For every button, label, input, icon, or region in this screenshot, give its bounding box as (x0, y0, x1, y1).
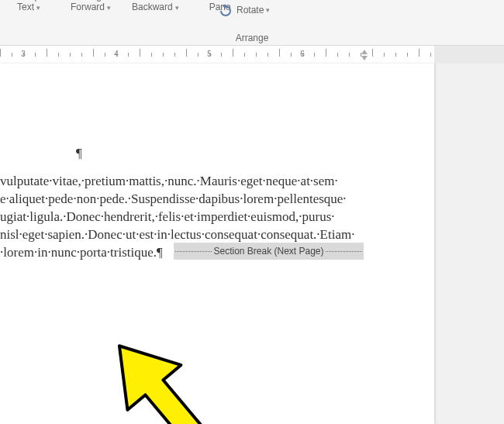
ruler-tick (151, 53, 152, 57)
ruler-tick (221, 53, 222, 57)
section-break-marker[interactable]: Section Break (Next Page) (174, 243, 364, 260)
ribbon-group-label: Arrange (0, 33, 504, 43)
ruler-tick (23, 53, 24, 57)
ruler-tick (337, 53, 338, 57)
ruler-tick (116, 53, 117, 57)
ruler-tick (326, 49, 326, 57)
section-break-label: Section Break (Next Page) (213, 246, 323, 257)
chevron-down-icon: ▾ (36, 2, 40, 13)
text-line: e·aliquet·pede·non·pede.·Suspendisse·dap… (0, 190, 354, 208)
bring-forward-l2: Forward (71, 2, 105, 12)
ruler-tick (256, 53, 257, 57)
send-backward-button[interactable]: Send Backward▾ (132, 0, 179, 13)
ruler-tick (314, 53, 315, 57)
text-line: nisl·eget·sapien.·Donec·ut·est·in·lectus… (0, 226, 354, 243)
ruler-tick (93, 49, 94, 57)
ruler-tick (35, 53, 36, 57)
ruler[interactable]: 3456 (0, 45, 504, 65)
ruler-tick (0, 49, 1, 57)
text-line: vulputate·vitae,·pretium·mattis,·nunc.·M… (0, 172, 354, 190)
ruler-tick (105, 53, 105, 57)
ruler-tick (407, 53, 408, 57)
page-gutter (434, 64, 504, 424)
ruler-tick (419, 49, 419, 57)
ruler-tick (70, 53, 71, 57)
ruler-tick (244, 53, 245, 57)
chevron-down-icon: ▾ (266, 6, 270, 14)
text-line: ugiat·ligula.·Donec·hendrerit,·felis·et·… (0, 208, 354, 226)
ruler-tick (268, 53, 268, 57)
ruler-tick (174, 53, 175, 57)
ruler-tick (279, 49, 280, 57)
rotate-button[interactable]: Rotate▾ (219, 3, 270, 17)
ruler-tick (209, 53, 210, 57)
chevron-down-icon: ▾ (175, 2, 179, 13)
wrap-text-l2: Text (17, 2, 34, 12)
chevron-down-icon: ▾ (107, 2, 111, 13)
ruler-tick (12, 53, 12, 57)
wrap-text-button[interactable]: Wrap Text▾ (8, 0, 50, 13)
bring-forward-button[interactable]: Bring Forward▾ (70, 0, 112, 13)
ruler-tick (198, 53, 198, 57)
ruler-tick (58, 53, 59, 57)
ruler-tick (349, 53, 350, 57)
rotate-icon (219, 3, 233, 17)
rotate-label: Rotate (236, 5, 264, 16)
ruler-tick (47, 49, 47, 57)
ruler-tick (384, 53, 385, 57)
send-backward-l2: Backward (132, 2, 173, 12)
ruler-tick (372, 49, 373, 57)
ruler-tick (163, 53, 164, 57)
ruler-tick (140, 49, 140, 57)
callout-arrow-icon (101, 321, 233, 424)
ruler-tick (81, 53, 82, 57)
ruler-tick (395, 53, 396, 57)
paragraph-mark: ¶ (76, 146, 82, 161)
ruler-tick (430, 53, 431, 57)
ribbon: Wrap Text▾ Bring Forward▾ Send Backward▾… (0, 0, 504, 45)
ruler-margin-region (434, 46, 504, 64)
ruler-tick (302, 53, 303, 57)
document-page[interactable]: ¶ vulputate·vitae,·pretium·mattis,·nunc.… (0, 64, 434, 424)
ruler-tick (186, 49, 187, 57)
ruler-tick (291, 53, 292, 57)
ruler-tick (128, 53, 129, 57)
ruler-tick (233, 49, 233, 57)
